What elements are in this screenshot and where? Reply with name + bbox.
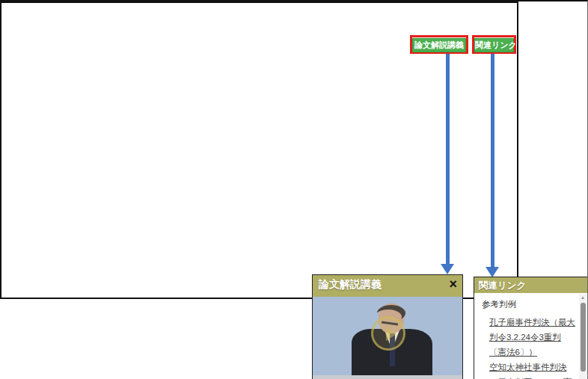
play-button-icon[interactable]: [371, 316, 405, 351]
links-popup-header: 関連リンク: [474, 277, 587, 293]
links-scroll-up-icon[interactable]: ▲: [581, 295, 585, 300]
close-icon[interactable]: ×: [449, 277, 457, 292]
arrow-to-lecture-popup: [446, 54, 450, 264]
arrowhead-links: [486, 267, 499, 277]
lecture-button[interactable]: 論文解説講義: [412, 38, 466, 52]
links-popup-body: 参考判例 孔子廟事件判決（最大判令3.2.24令3重判〔憲法6〕） 空知太神社事…: [474, 293, 580, 379]
case-link[interactable]: 空知太神社事件判決（最大判平22.1.20 憲法百選Ⅰ: [489, 360, 577, 379]
links-popup-title: 関連リンク: [479, 280, 526, 292]
lecture-video-player[interactable]: [313, 297, 462, 379]
annotation-box-links: 関連リンク: [472, 35, 516, 54]
screenshot-page: menu Web成績表 [令和5年度] 全国統一模試 （ 個人成績表の確認 ） …: [0, 0, 588, 379]
lecture-popup-header: 論文解説講義 ×: [313, 275, 462, 297]
annotation-box-lecture: 論文解説講義: [410, 35, 468, 54]
lecture-video-popup: 論文解説講義 ×: [312, 274, 463, 379]
arrow-to-links-popup: [491, 54, 494, 267]
desk-edge: [313, 375, 462, 379]
case-link[interactable]: 孔子廟事件判決（最大判令3.2.24令3重判〔憲法6〕）: [489, 315, 577, 360]
lecture-popup-title: 論文解説講義: [319, 278, 382, 292]
links-scrollbar-thumb[interactable]: [581, 303, 586, 372]
reference-cases-heading: 参考判例: [482, 299, 577, 310]
related-links-popup: 関連リンク 参考判例 孔子廟事件判決（最大判令3.2.24令3重判〔憲法6〕） …: [474, 277, 588, 379]
related-links-button[interactable]: 関連リンク: [474, 38, 514, 52]
arrowhead-lecture: [441, 264, 454, 274]
